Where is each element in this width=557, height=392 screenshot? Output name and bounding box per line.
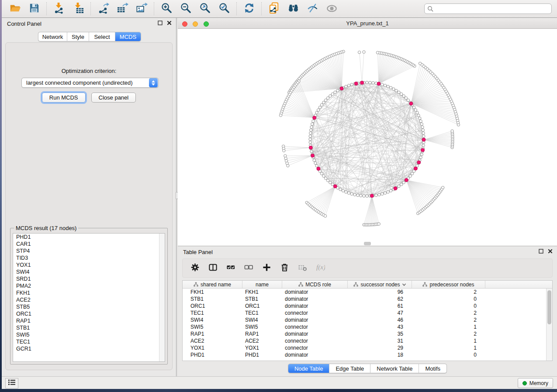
tab-motifs[interactable]: Motifs: [419, 364, 446, 373]
table-scrollbar-thumb[interactable]: [547, 290, 551, 324]
table-row[interactable]: ORC1ORC1dominator610: [183, 303, 552, 309]
mcds-result-item[interactable]: PHD1: [13, 234, 165, 241]
table-row[interactable]: TEC1TEC1connector472: [183, 309, 552, 316]
mcds-result-item[interactable]: YOX1: [13, 261, 165, 268]
cell-successor-nodes: 29: [348, 344, 412, 351]
tab-network-table[interactable]: Network Table: [370, 364, 419, 373]
mcds-result-item[interactable]: TEC1: [13, 338, 165, 345]
cell-successor-nodes: 61: [348, 303, 412, 309]
select-all-rows-button[interactable]: [225, 263, 236, 273]
close-panel-icon[interactable]: [548, 249, 553, 254]
mcds-result-item[interactable]: STP4: [13, 248, 165, 254]
export-image-button[interactable]: [132, 1, 151, 16]
table-toolbar: f(x): [182, 258, 553, 278]
memory-button[interactable]: Memory: [518, 378, 553, 388]
column-header-shared-name[interactable]: shared name: [183, 281, 242, 288]
export-table-button[interactable]: [113, 1, 132, 16]
mcds-result-item[interactable]: SWI5: [13, 331, 165, 338]
column-header-MCDS-role[interactable]: MCDS role: [282, 281, 348, 288]
import-network-icon: [53, 2, 65, 16]
function-builder-button[interactable]: f(x): [315, 263, 325, 273]
close-panel-icon[interactable]: [167, 21, 172, 25]
export-network-button[interactable]: [93, 1, 113, 16]
split-columns-button[interactable]: [208, 263, 218, 273]
show-all-button[interactable]: [322, 1, 341, 16]
mcds-result-item[interactable]: TID3: [13, 254, 165, 261]
column-header-successor-nodes[interactable]: successor nodes: [348, 281, 412, 288]
mcds-result-item[interactable]: ACE2: [13, 296, 165, 303]
table-row[interactable]: FKH1FKH1dominator962: [183, 289, 552, 296]
mcds-result-item[interactable]: CAR1: [13, 241, 165, 248]
tab-select[interactable]: Select: [89, 32, 115, 41]
mcds-result-item[interactable]: PMA2: [13, 282, 165, 289]
zoom-fit-button[interactable]: [195, 1, 214, 16]
deselect-all-rows-button[interactable]: [243, 263, 254, 273]
column-settings-button[interactable]: [190, 263, 200, 273]
delete-column-button[interactable]: [279, 263, 290, 273]
control-panel-title: Control Panel: [7, 21, 42, 27]
zoom-selected-button[interactable]: [214, 1, 234, 16]
column-header-predecessor-nodes[interactable]: predecessor nodes: [412, 281, 485, 288]
save-session-button[interactable]: [24, 1, 44, 16]
delete-table-button[interactable]: [297, 263, 308, 273]
task-history-button[interactable]: [5, 378, 18, 389]
network-canvas[interactable]: [178, 29, 557, 246]
search-field-wrap: [424, 3, 552, 14]
table-row[interactable]: STB1STB1dominator620: [183, 296, 552, 303]
tab-edge-table[interactable]: Edge Table: [329, 364, 370, 373]
cell-MCDS-role: dominator: [282, 296, 348, 303]
mcds-result-item[interactable]: GCR1: [13, 345, 165, 352]
search-all-button[interactable]: [284, 1, 303, 16]
table-row[interactable]: SWI4SWI4dominator462: [183, 316, 552, 323]
search-input[interactable]: [424, 3, 552, 14]
open-network-button[interactable]: [5, 1, 24, 16]
float-panel-icon[interactable]: [539, 249, 543, 254]
table-row[interactable]: SWI5SWI5connector431: [183, 323, 552, 330]
zoom-out-button[interactable]: [176, 1, 195, 16]
svg-text:f(x): f(x): [316, 263, 325, 271]
table-row[interactable]: YOX1YOX1connector291: [183, 344, 552, 351]
table-scrollbar[interactable]: [546, 289, 552, 361]
cell-name: TEC1: [242, 309, 282, 316]
float-panel-icon[interactable]: [158, 21, 163, 25]
cell-predecessor-nodes: 0: [412, 296, 485, 303]
table-row[interactable]: RAP1RAP1dominator352: [183, 330, 552, 337]
import-network-button[interactable]: [49, 1, 69, 16]
cell-name: YOX1: [242, 344, 282, 351]
mcds-result-list[interactable]: PHD1CAR1STP4TID3YOX1SWI4SRD1PMA2FKH1ACE2…: [13, 233, 165, 362]
control-panel-titlebar: Control Panel: [2, 18, 176, 29]
tab-network[interactable]: Network: [38, 32, 67, 41]
mcds-result-item[interactable]: STB1: [13, 324, 165, 331]
optimization-criterion-select[interactable]: largest connected component (undirected): [21, 78, 159, 88]
run-mcds-button[interactable]: Run MCDS: [42, 93, 86, 103]
network-hscroll-thumb[interactable]: [364, 242, 371, 245]
hide-selected-button[interactable]: [303, 1, 322, 16]
mcds-result-item[interactable]: STB5: [13, 303, 165, 310]
table-header-row: shared namenameMCDS rolesuccessor nodesp…: [183, 281, 552, 289]
refresh-layout-icon: [243, 2, 255, 16]
add-column-button[interactable]: [261, 263, 272, 273]
close-panel-button[interactable]: Close panel: [91, 93, 136, 103]
mcds-result-item[interactable]: ORC1: [13, 310, 165, 317]
refresh-layout-button[interactable]: [239, 1, 259, 16]
cell-MCDS-role: dominator: [282, 316, 348, 323]
main-toolbar: [2, 0, 557, 18]
mcds-result-item[interactable]: FKH1: [13, 289, 165, 296]
mcds-list-scrollbar[interactable]: [159, 234, 165, 361]
mcds-result-item[interactable]: SRD1: [13, 275, 165, 282]
mcds-result-item[interactable]: SWI4: [13, 268, 165, 275]
clone-network-button[interactable]: [264, 1, 284, 16]
cell-MCDS-role: connector: [282, 344, 348, 351]
cell-predecessor-nodes: 2: [412, 309, 485, 316]
tab-style[interactable]: Style: [67, 32, 89, 41]
mcds-result-item[interactable]: RAP1: [13, 317, 165, 324]
import-table-button[interactable]: [69, 1, 88, 16]
desktop-wallpaper-bottom: [0, 389, 557, 392]
network-window-titlebar: YPA_prune.txt_1: [178, 18, 557, 29]
tab-mcds[interactable]: MCDS: [115, 32, 141, 41]
table-row[interactable]: PHD1PHD1dominator180: [183, 351, 552, 358]
tab-node-table[interactable]: Node Table: [288, 364, 330, 373]
zoom-in-button[interactable]: [157, 1, 176, 16]
table-row[interactable]: ACE2ACE2connector311: [183, 337, 552, 344]
column-header-name[interactable]: name: [242, 281, 282, 288]
